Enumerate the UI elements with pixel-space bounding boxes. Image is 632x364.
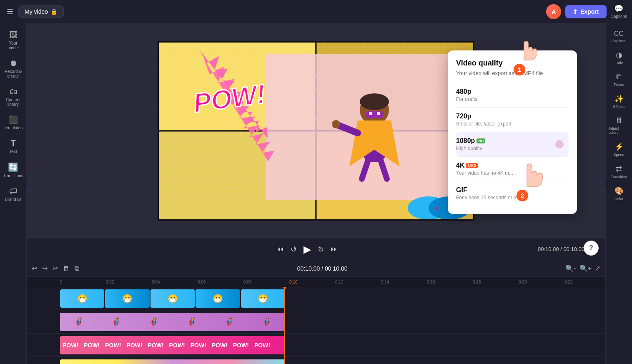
mask-clip-5: 😷 [241, 289, 285, 308]
quality-panel: Video quality Your video will export as … [448, 50, 577, 214]
speed-icon: ⚡ [614, 142, 624, 151]
svg-point-21 [377, 112, 380, 115]
ruler-mark-16: 0:16 [427, 280, 473, 284]
sidebar-item-label-templates: Templates [4, 126, 23, 130]
masks-clip-group[interactable]: 😷 😷 😷 😷 😷 [60, 289, 285, 308]
timeline-ruler: 0 0:02 0:04 0:06 0:08 0:10 0:12 0:14 0:1… [27, 277, 605, 287]
svg-point-16 [332, 120, 340, 128]
hero-clip-5: 🦸 [211, 313, 247, 331]
adjust-colors-icon: 🎚 [615, 116, 623, 125]
fit-timeline-button[interactable]: ⤢ [595, 264, 600, 272]
quality-gif-desc: For videos 15 seconds or less [456, 195, 569, 201]
sidebar-item-transitions[interactable]: 🔄 Transitions [1, 159, 25, 181]
right-sidebar: CC Captions ◑ Fade ⧉ Filters ✨ Effects 🎚… [605, 23, 632, 364]
bg-clip[interactable] [60, 359, 285, 364]
ruler-mark-04: 0:04 [152, 280, 198, 284]
fade-label: Fade [614, 61, 623, 65]
svg-point-13 [360, 93, 389, 110]
sidebar-item-transition-right[interactable]: ⇄ Transition [607, 161, 631, 182]
export-icon: ⬆ [573, 8, 578, 15]
duplicate-button[interactable]: ⧉ [75, 265, 79, 272]
sidebar-item-color[interactable]: 🎨 Color [607, 183, 631, 204]
ruler-marks: 0 0:02 0:04 0:06 0:08 0:10 0:12 0:14 0:1… [60, 280, 605, 284]
main-area: 🖼 Your media ⏺ Record & create 🗂 Content… [0, 23, 632, 364]
hero-clip-group[interactable]: 🦸 🦸 🦸 🦸 🦸 🦸 [60, 313, 285, 331]
pow-clip-group[interactable]: POW! POW! POW! POW! POW! POW! POW! POW! … [60, 336, 285, 354]
zoom-in-button[interactable]: 🔍+ [579, 264, 592, 272]
collapse-sidebar-button[interactable]: › [27, 174, 33, 191]
timeline-track-hero: 🦸 🦸 🦸 🦸 🦸 🦸 [27, 310, 605, 334]
sidebar-item-label-record: Record & create [3, 69, 24, 78]
zoom-out-button[interactable]: 🔍- [565, 264, 576, 272]
quality-panel-subtitle: Your video will export as an MP4 file [456, 70, 569, 76]
hero-clip-6: 🦸 [248, 313, 285, 331]
sidebar-item-record-create[interactable]: ⏺ Record & create [1, 55, 25, 82]
collapse-right-sidebar-button[interactable]: ‹ [599, 174, 605, 191]
timeline-area: ↩ ↪ ✂ 🗑 ⧉ 00:10.00 / 00:10.00 🔍- 🔍+ ⤢ 0 … [27, 260, 605, 364]
rewind-5s-button[interactable]: ↺ [291, 245, 297, 254]
sidebar-item-captions[interactable]: CC Captions [607, 27, 631, 46]
quality-gif-name: GIF [456, 186, 569, 194]
ruler-mark-12: 0:12 [335, 280, 381, 284]
video-canvas[interactable]: POW! [158, 41, 474, 221]
sidebar-item-content-library[interactable]: 🗂 Content library [1, 83, 25, 110]
quality-option-4k[interactable]: 4K UHD Your video has no 4K m... [456, 157, 569, 181]
timeline-track-pow: POW! POW! POW! POW! POW! POW! POW! POW! … [27, 334, 605, 357]
help-button[interactable]: ? [584, 241, 599, 256]
svg-point-20 [369, 112, 372, 115]
captions-button[interactable]: 💬 Captions [611, 4, 627, 19]
sidebar-item-speed[interactable]: ⚡ Speed [607, 139, 631, 160]
quality-option-1080p[interactable]: 1080p HD High quality [456, 132, 569, 157]
sidebar-item-label-text: Text [9, 149, 17, 154]
redo-button[interactable]: ↪ [42, 264, 48, 272]
quality-option-480p[interactable]: 480p For drafts [456, 83, 569, 108]
quality-option-gif[interactable]: GIF For videos 15 seconds or less [456, 181, 569, 206]
sidebar-item-fade[interactable]: ◑ Fade [607, 47, 631, 68]
sidebar-item-effects[interactable]: ✨ Effects [607, 91, 631, 112]
hamburger-icon[interactable]: ☰ [5, 5, 15, 18]
your-media-icon: 🖼 [9, 30, 18, 40]
mask-clip-3: 😷 [150, 289, 195, 308]
project-name-text: My video [25, 8, 48, 15]
skip-back-button[interactable]: ⏮ [276, 245, 284, 254]
effects-icon: ✨ [614, 94, 624, 103]
play-pause-button[interactable]: ▶ [303, 244, 311, 255]
delete-button[interactable]: 🗑 [63, 265, 70, 272]
time-total: 00:10.00 [563, 246, 584, 252]
timeline-track-bg [27, 357, 605, 364]
track-content-bg [60, 359, 605, 364]
quality-4k-name: 4K UHD [456, 162, 569, 169]
color-icon: 🎨 [614, 186, 624, 196]
effects-label: Effects [613, 105, 624, 109]
sidebar-item-filters[interactable]: ⧉ Filters [607, 69, 631, 90]
forward-5s-button[interactable]: ↻ [318, 245, 324, 254]
ruler-mark-08: 0:08 [243, 280, 289, 284]
sidebar-item-text[interactable]: T Text [1, 135, 25, 157]
sidebar-item-brand-kit[interactable]: 🏷 Brand kit [1, 183, 25, 205]
quality-option-720p[interactable]: 720p Smaller file, faster export [456, 108, 569, 132]
ruler-mark-18: 0:18 [473, 280, 519, 284]
hd-badge: HD [477, 138, 485, 143]
filters-label: Filters [614, 83, 624, 87]
sidebar-item-your-media[interactable]: 🖼 Your media [1, 27, 25, 53]
skip-forward-button[interactable]: ⏭ [331, 245, 338, 254]
export-button[interactable]: ⬆ Export [565, 5, 606, 18]
timeline-track-masks: 😷 😷 😷 😷 😷 [27, 287, 605, 310]
record-icon: ⏺ [9, 58, 18, 68]
mask-clip-1: 😷 [60, 289, 104, 308]
controls-center: ⏮ ↺ ▶ ↻ ⏭ [276, 244, 338, 255]
sidebar-item-adjust-colors[interactable]: 🎚 Adjust colors [607, 113, 631, 138]
undo-button[interactable]: ↩ [32, 264, 37, 272]
quality-selected-indicator [555, 140, 564, 148]
quality-480p-desc: For drafts [456, 96, 569, 102]
lock-icon: 🔒 [50, 8, 58, 15]
quality-panel-title: Video quality [456, 59, 569, 68]
timeline-tracks: 😷 😷 😷 😷 😷 [27, 287, 605, 364]
transitions-icon: 🔄 [8, 162, 18, 172]
cut-button[interactable]: ✂ [53, 264, 58, 272]
project-name-field[interactable]: My video 🔒 [18, 5, 64, 18]
sidebar-item-templates[interactable]: ⬛ Templates [1, 112, 25, 133]
captions-label: Captions [611, 14, 627, 19]
ruler-mark-06: 0:06 [198, 280, 243, 284]
timeline-time-display: 00:10.00 / 00:10.00 [297, 265, 348, 272]
